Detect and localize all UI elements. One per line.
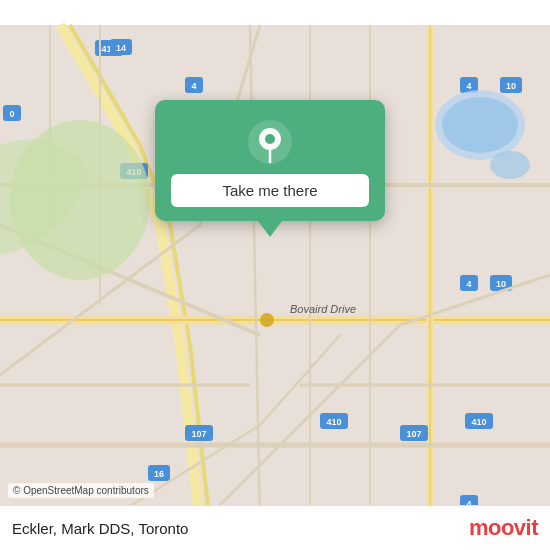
svg-text:10: 10 [506,81,516,91]
svg-text:107: 107 [191,429,206,439]
road-label: Bovaird Drive [290,303,356,315]
svg-text:16: 16 [154,469,164,479]
map-attribution: © OpenStreetMap contributors [8,483,154,498]
moovit-logo-text: moovit [469,515,538,541]
moovit-logo: moovit [469,515,538,541]
location-name: Eckler, Mark DDS, Toronto [12,520,188,537]
svg-point-38 [265,134,275,144]
svg-text:14: 14 [116,43,126,53]
map-container: 410 410 410 410 107 107 16 4 4 4 4 [0,0,550,550]
location-popup: Take me there [155,100,385,221]
svg-text:107: 107 [406,429,421,439]
take-me-there-button[interactable]: Take me there [171,174,369,207]
svg-text:4: 4 [466,81,471,91]
svg-text:4: 4 [191,81,196,91]
location-pin-icon [248,120,292,164]
bottom-bar: Eckler, Mark DDS, Toronto moovit [0,505,550,550]
bottom-bar-location: Eckler, Mark DDS, Toronto [12,520,188,537]
svg-point-34 [490,151,530,179]
svg-point-35 [260,313,274,327]
svg-text:4: 4 [466,279,471,289]
svg-text:410: 410 [471,417,486,427]
map-background: 410 410 410 410 107 107 16 4 4 4 4 [0,0,550,550]
svg-text:410: 410 [326,417,341,427]
svg-text:10: 10 [496,279,506,289]
svg-text:0: 0 [9,109,14,119]
svg-point-33 [442,97,518,153]
